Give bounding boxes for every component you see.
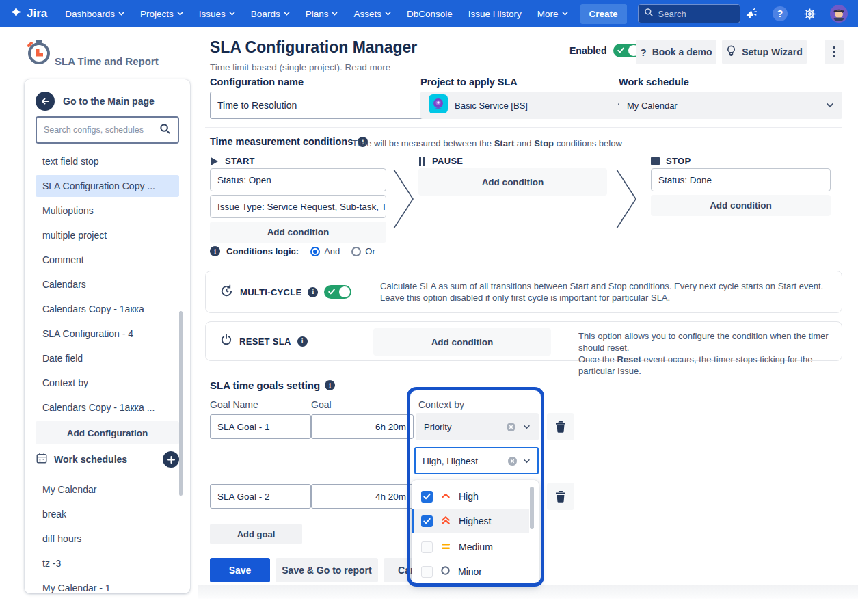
add-configuration-button[interactable]: Add Configuration: [36, 421, 179, 444]
stop-condition-chip[interactable]: Status: Done: [651, 168, 831, 191]
nav-boards[interactable]: Boards: [251, 9, 290, 19]
book-demo-button[interactable]: Book a demo: [636, 40, 716, 64]
checkbox-checked[interactable]: [421, 491, 433, 503]
chevron-down-icon: [177, 12, 183, 16]
user-avatar[interactable]: [829, 4, 848, 23]
schedule-item[interactable]: My Calendar: [36, 479, 179, 500]
book-demo-label: Book a demo: [652, 46, 712, 57]
start-add-condition-button[interactable]: Add condition: [210, 222, 386, 243]
nav-issues[interactable]: Issues: [199, 9, 235, 19]
goal-name-input[interactable]: [210, 484, 311, 509]
delete-goal-button[interactable]: [547, 413, 574, 440]
pause-add-condition-button[interactable]: Add condition: [418, 168, 607, 196]
config-item[interactable]: text field stop: [36, 150, 179, 172]
create-button[interactable]: Create: [580, 4, 627, 24]
nav-more[interactable]: More: [537, 9, 568, 19]
context-field-select[interactable]: Priority: [416, 413, 539, 440]
info-icon[interactable]: [297, 336, 308, 347]
schedule-label: Work schedule: [619, 77, 689, 88]
jira-logo[interactable]: Jira: [10, 5, 47, 22]
config-item[interactable]: Multioptions: [36, 200, 179, 222]
goal-value-input[interactable]: [311, 414, 414, 439]
context-values-select[interactable]: High, Highest: [414, 447, 539, 474]
reset-add-condition-button[interactable]: Add condition: [373, 328, 551, 356]
logic-or-radio[interactable]: Or: [351, 246, 375, 256]
nav-plans[interactable]: Plans: [306, 9, 338, 19]
option-highest[interactable]: Highest: [412, 509, 529, 533]
config-item[interactable]: multiple project: [36, 224, 179, 246]
start-condition-chip[interactable]: Issue Type: Service Request, Sub-task, T…: [210, 195, 386, 218]
multi-cycle-toggle[interactable]: [324, 285, 351, 299]
schedule-item[interactable]: tz -3: [36, 552, 179, 574]
nav-issue-history[interactable]: Issue History: [468, 9, 522, 19]
project-select[interactable]: Basic Service [BS]: [420, 92, 634, 119]
checkbox-unchecked[interactable]: [421, 566, 433, 578]
schedule-select[interactable]: My Calendar: [619, 92, 842, 119]
clear-icon[interactable]: [506, 422, 516, 432]
more-actions-button[interactable]: [825, 40, 844, 64]
work-schedules-label: Work schedules: [54, 454, 157, 465]
info-icon[interactable]: [210, 246, 220, 256]
config-name-input[interactable]: [210, 92, 435, 119]
option-medium[interactable]: Medium: [412, 535, 529, 559]
add-goal-button[interactable]: Add goal: [210, 524, 302, 544]
checkbox-checked[interactable]: [421, 515, 433, 527]
config-item-active[interactable]: SLA Configuration Copy ...: [36, 175, 179, 197]
clear-icon[interactable]: [507, 456, 518, 466]
announcement-icon[interactable]: [741, 4, 760, 23]
flow-chevron-icon: [615, 168, 637, 230]
config-item[interactable]: Comment: [36, 249, 179, 271]
history-icon: [219, 284, 234, 301]
nav-search-input[interactable]: [658, 9, 727, 19]
help-icon[interactable]: [770, 4, 790, 23]
info-icon[interactable]: [325, 380, 335, 390]
sidebar-search[interactable]: [36, 116, 179, 144]
nav-dashboards[interactable]: Dashboards: [65, 9, 124, 19]
delete-goal-button[interactable]: [547, 483, 574, 510]
schedule-item[interactable]: break: [36, 503, 179, 525]
sidebar-search-input[interactable]: [44, 125, 155, 135]
work-schedules-header: Work schedules: [36, 451, 179, 468]
config-item[interactable]: Date field: [36, 347, 179, 369]
config-item[interactable]: Context by: [36, 372, 179, 394]
save-button[interactable]: Save: [210, 558, 270, 582]
config-item[interactable]: Calendars Copy - 1акка: [36, 298, 179, 320]
checkbox-unchecked[interactable]: [421, 541, 433, 553]
option-minor[interactable]: Minor: [412, 559, 529, 584]
schedule-item[interactable]: diff hours: [36, 528, 179, 550]
info-icon[interactable]: [308, 287, 318, 297]
start-condition-chip[interactable]: Status: Open: [210, 168, 386, 191]
jira-logo-icon: [10, 5, 23, 22]
nav-search[interactable]: [638, 4, 740, 23]
add-schedule-button[interactable]: [163, 451, 179, 468]
save-go-report-button[interactable]: Save & Go to report: [276, 558, 378, 582]
gear-icon[interactable]: [800, 4, 819, 23]
read-more-link[interactable]: Read more: [345, 62, 391, 72]
chevron-down-icon: [229, 12, 235, 16]
back-to-main-link[interactable]: Go to the Main page: [36, 92, 155, 111]
logic-and-radio[interactable]: And: [310, 246, 340, 256]
config-item[interactable]: Calendars Copy - 1акка ...: [36, 397, 179, 418]
schedule-item[interactable]: My Calendar - 1: [36, 577, 179, 599]
config-item[interactable]: Calendars: [36, 273, 179, 295]
power-icon: [219, 333, 233, 349]
nav-dbconsole[interactable]: DbConsole: [407, 9, 453, 19]
plugin-logo: SLA Time and Report: [26, 37, 159, 68]
calendar-icon: [36, 452, 48, 467]
priority-high-icon: [440, 491, 451, 502]
dropdown-scrollbar[interactable]: [530, 487, 534, 529]
config-item[interactable]: SLA Configuration - 4: [36, 323, 179, 345]
nav-projects[interactable]: Projects: [140, 9, 183, 19]
chevron-down-icon: [385, 12, 391, 16]
setup-wizard-button[interactable]: Setup Wizard: [722, 40, 807, 64]
lightbulb-icon: [726, 45, 736, 59]
option-high[interactable]: High: [412, 484, 529, 509]
goal-name-input[interactable]: [210, 414, 311, 439]
nav-assets[interactable]: Assets: [353, 9, 391, 19]
stop-add-condition-button[interactable]: Add condition: [651, 195, 831, 216]
logic-label: Conditions logic:: [226, 246, 299, 256]
context-values-value: High, Highest: [423, 456, 502, 466]
stop-header: STOP: [651, 156, 691, 166]
goal-value-input[interactable]: [311, 484, 414, 509]
sidebar-scrollbar[interactable]: [179, 311, 183, 496]
